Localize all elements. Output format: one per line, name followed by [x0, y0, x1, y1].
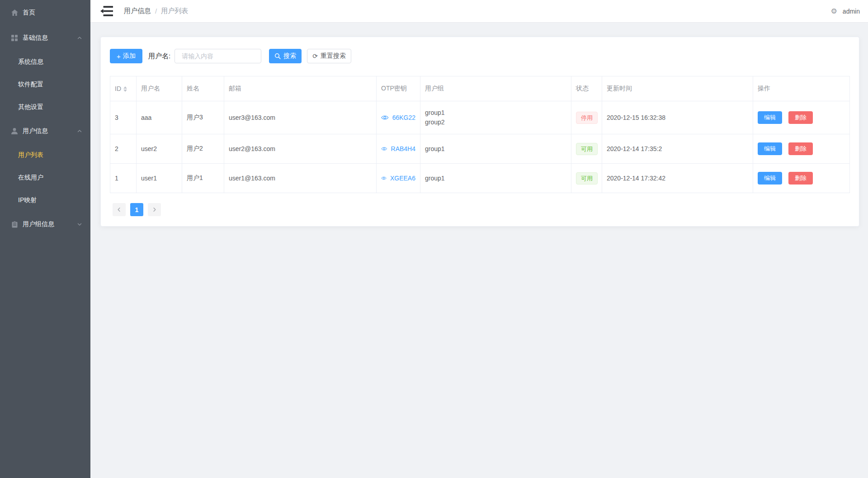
- sidebar-item-user-group-info[interactable]: 用户组信息: [0, 212, 90, 237]
- user-table-wrap: ID用户名姓名邮箱OTP密钥用户组状态更新时间操作 3aaa用户3user3@1…: [110, 76, 850, 193]
- pagination-next-button[interactable]: [148, 203, 161, 216]
- user-list-card: + 添加 用户名: 搜索 ⟳ 重置搜索: [100, 37, 859, 227]
- plus-icon: +: [117, 53, 121, 60]
- sidebar-subitem-user-list[interactable]: 用户列表: [0, 144, 90, 166]
- search-button-label: 搜索: [283, 52, 296, 60]
- delete-button[interactable]: 删除: [788, 172, 813, 185]
- user-table: ID用户名姓名邮箱OTP密钥用户组状态更新时间操作 3aaa用户3user3@1…: [110, 76, 850, 193]
- eye-icon[interactable]: [381, 146, 387, 152]
- eye-icon[interactable]: [381, 114, 389, 121]
- sidebar-item-label: 用户组信息: [23, 220, 54, 228]
- cell-status: 停用: [571, 101, 602, 134]
- edit-button[interactable]: 编辑: [758, 172, 782, 185]
- cell-id: 1: [110, 164, 137, 193]
- sidebar-item-label: 用户信息: [23, 127, 48, 135]
- group-name: group1: [425, 144, 566, 154]
- chevron-up-icon: [77, 35, 82, 41]
- clipboard-icon: [11, 221, 18, 228]
- reset-search-button[interactable]: ⟳ 重置搜索: [307, 49, 351, 63]
- search-icon: [274, 53, 281, 59]
- column-header: OTP密钥: [377, 76, 420, 101]
- sidebar-subitem-ip-mapping[interactable]: IP映射: [0, 189, 90, 212]
- group-name: group2: [425, 118, 566, 127]
- table-body: 3aaa用户3user3@163.com66KG22group1group2停用…: [110, 101, 850, 193]
- status-badge: 停用: [576, 112, 598, 124]
- search-button[interactable]: 搜索: [269, 49, 302, 63]
- cell-id: 2: [110, 134, 137, 164]
- status-badge: 可用: [576, 143, 598, 155]
- edit-button[interactable]: 编辑: [758, 111, 782, 124]
- otp-key-link[interactable]: XGEEA6: [390, 175, 415, 182]
- sidebar-subitem-label: IP映射: [18, 196, 37, 204]
- cell-id: 3: [110, 101, 137, 134]
- otp-key-link[interactable]: 66KG22: [392, 114, 415, 121]
- cell-name: 用户2: [182, 134, 224, 164]
- table-row: 3aaa用户3user3@163.com66KG22group1group2停用…: [110, 101, 850, 134]
- column-header: 操作: [753, 76, 850, 101]
- chevron-down-icon: [77, 222, 82, 227]
- cell-email: user3@163.com: [224, 101, 377, 134]
- cell-username: aaa: [137, 101, 182, 134]
- sidebar-item-basic-info[interactable]: 基础信息: [0, 25, 90, 51]
- sidebar-fold-icon[interactable]: [100, 6, 113, 16]
- home-icon: [11, 9, 18, 16]
- sidebar-subitem-label: 软件配置: [18, 80, 43, 89]
- column-header-label: 状态: [576, 85, 589, 92]
- cell-groups: group1group2: [420, 101, 571, 134]
- sidebar-item-home[interactable]: 首页: [0, 0, 90, 25]
- otp-key-link[interactable]: RAB4H4: [391, 145, 415, 152]
- username-search-input[interactable]: [175, 49, 261, 63]
- pagination-prev-button[interactable]: [113, 203, 126, 216]
- cell-actions: 编辑删除: [753, 164, 850, 193]
- delete-button[interactable]: 删除: [788, 111, 813, 124]
- cell-email: user1@163.com: [224, 164, 377, 193]
- chevron-left-icon: [117, 207, 122, 212]
- sidebar-subitem-label: 在线用户: [18, 174, 43, 182]
- cell-name: 用户3: [182, 101, 224, 134]
- column-header: 用户组: [420, 76, 571, 101]
- eye-icon[interactable]: [381, 175, 387, 181]
- edit-button[interactable]: 编辑: [758, 142, 782, 155]
- group-name: group1: [425, 174, 566, 183]
- pagination: 1: [110, 203, 850, 216]
- topbar-right: ⚙ admin: [831, 8, 860, 15]
- cell-updated: 2020-12-14 17:35:2: [602, 134, 753, 164]
- current-user[interactable]: admin: [843, 8, 860, 15]
- column-header-label: 用户名: [141, 85, 160, 92]
- delete-button[interactable]: 删除: [788, 142, 813, 155]
- sort-icon[interactable]: [123, 86, 127, 92]
- grid-icon: [11, 34, 18, 42]
- sidebar: 首页基础信息系统信息软件配置其他设置用户信息用户列表在线用户IP映射用户组信息: [0, 0, 90, 478]
- breadcrumb-item-user-info[interactable]: 用户信息: [124, 7, 151, 15]
- add-button-label: 添加: [123, 52, 136, 60]
- table-row: 2user2用户2user2@163.comRAB4H4group1可用2020…: [110, 134, 850, 164]
- cell-updated: 2020-12-15 16:32:38: [602, 101, 753, 134]
- main-column: 用户信息 / 用户列表 ⚙ admin + 添加 用户名:: [90, 0, 868, 478]
- sidebar-subitem-label: 其他设置: [18, 103, 43, 111]
- column-header-label: 用户组: [425, 85, 444, 92]
- pagination-page-1[interactable]: 1: [130, 203, 143, 216]
- column-header-label: 更新时间: [607, 85, 632, 92]
- column-header-label: 姓名: [187, 85, 199, 92]
- column-header: 邮箱: [224, 76, 377, 101]
- column-header[interactable]: ID: [110, 76, 137, 101]
- column-header: 用户名: [137, 76, 182, 101]
- column-header-label: 邮箱: [229, 85, 241, 92]
- sidebar-item-user-info[interactable]: 用户信息: [0, 118, 90, 144]
- group-name: group1: [425, 108, 566, 118]
- cell-otp: 66KG22: [377, 101, 420, 134]
- chevron-right-icon: [152, 207, 157, 212]
- sidebar-subitem-other-settings[interactable]: 其他设置: [0, 96, 90, 118]
- gear-icon[interactable]: ⚙: [831, 8, 837, 15]
- sidebar-subitem-online-users[interactable]: 在线用户: [0, 166, 90, 189]
- sidebar-subitem-label: 系统信息: [18, 58, 43, 66]
- app-root: 首页基础信息系统信息软件配置其他设置用户信息用户列表在线用户IP映射用户组信息 …: [0, 0, 868, 478]
- sidebar-subitem-label: 用户列表: [18, 151, 43, 159]
- add-button[interactable]: + 添加: [110, 49, 142, 63]
- cell-status: 可用: [571, 134, 602, 164]
- topbar: 用户信息 / 用户列表 ⚙ admin: [90, 0, 868, 23]
- sidebar-subitem-system-info[interactable]: 系统信息: [0, 51, 90, 73]
- reset-button-label: 重置搜索: [321, 52, 346, 60]
- sidebar-subitem-software-config[interactable]: 软件配置: [0, 73, 90, 96]
- content-area: + 添加 用户名: 搜索 ⟳ 重置搜索: [90, 23, 868, 227]
